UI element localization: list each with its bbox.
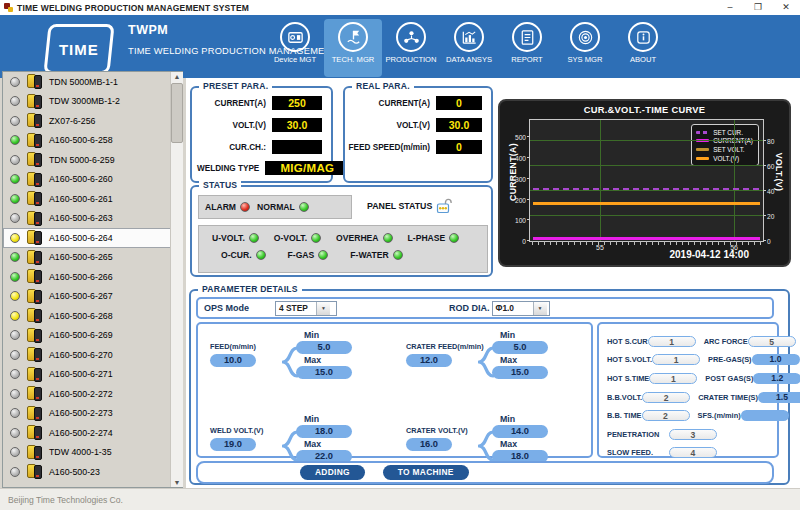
extra-param-value[interactable]: 1	[649, 373, 697, 384]
device-label: TDW 3000MB-1-2	[49, 96, 120, 106]
nav-item-device-mgt[interactable]: Device MGT	[266, 19, 324, 77]
device-list-item[interactable]: TDN 5000-6-259	[3, 150, 182, 170]
device-list-item[interactable]: A160-500-6-263	[3, 209, 182, 229]
device-list-item[interactable]: A160-500-2-274	[3, 423, 182, 443]
extra-param-value[interactable]: 3	[669, 429, 717, 440]
device-label: TDN 5000MB-1-1	[49, 77, 118, 87]
min-value-field[interactable]: 14.0	[492, 425, 548, 438]
series-line-volt-v-	[533, 202, 759, 205]
param-row: FEED SPEED(m/min)0	[345, 140, 482, 154]
extra-param-value[interactable]: 1	[652, 354, 700, 365]
normal-indicator: NORMAL	[257, 202, 309, 212]
chart-right-axis-label: VOLT.(V)	[773, 153, 783, 191]
device-list-item[interactable]: A160-500-6-271	[3, 365, 182, 385]
nav-item-production[interactable]: PRODUCTION	[382, 19, 440, 77]
device-list-item[interactable]: A160-500-6-265	[3, 248, 182, 268]
device-label: A160-500-6-263	[49, 213, 113, 223]
scroll-thumb[interactable]	[171, 83, 183, 143]
extra-param-value[interactable]: 1.0	[752, 354, 800, 365]
device-list-item[interactable]: TDN 5000MB-1-1	[3, 72, 182, 92]
device-list-item[interactable]: A160-500-6-268	[3, 306, 182, 326]
welding-machine-icon	[26, 93, 43, 110]
extra-param-value[interactable]: 1.2	[753, 373, 800, 384]
device-list-scrollbar[interactable]: ▲ ▼	[170, 72, 183, 487]
welding-machine-icon	[26, 307, 43, 324]
fault-indicator: L-PHASE	[408, 233, 460, 243]
gridline	[734, 120, 735, 241]
rod-dia-dropdown[interactable]: Φ1.0	[492, 301, 550, 316]
welding-machine-icon	[26, 190, 43, 207]
extra-param-value[interactable]: 2	[642, 410, 690, 421]
extra-param-value[interactable]: 1.5	[758, 392, 800, 403]
extra-param-value[interactable]: 4	[669, 447, 717, 458]
device-label: A160-500-23	[49, 467, 100, 477]
nav-item-label: Device MGT	[274, 55, 316, 64]
device-list-item[interactable]: TDW 4000-1-35	[3, 443, 182, 463]
dropdown-arrow-icon[interactable]	[533, 302, 547, 315]
device-status-led-icon	[10, 174, 20, 184]
extra-param-value[interactable]	[741, 410, 789, 421]
device-list-item[interactable]: A160-500-23	[3, 462, 182, 482]
extra-param-value[interactable]: 5	[748, 336, 796, 347]
min-caption: Min	[304, 414, 358, 424]
device-status-led-icon	[10, 155, 20, 165]
fault-label: F-GAS	[288, 250, 315, 260]
device-label: A160-500-6-258	[49, 135, 113, 145]
extra-param-label: POST GAS(S)	[705, 374, 753, 383]
device-list-item[interactable]: A160-500-6-266	[3, 267, 182, 287]
extra-param-label: HOT S.CUR	[607, 337, 648, 346]
fault-indicator: O-VOLT.	[274, 233, 321, 243]
maximize-button[interactable]: ❐	[744, 0, 772, 15]
welding-type-label: WELDING TYPE	[197, 164, 259, 173]
to-machine-button[interactable]: TO MACHINE	[383, 465, 469, 480]
device-list-item[interactable]: A160-500-2-272	[3, 384, 182, 404]
device-list-item[interactable]: A160-500-6-267	[3, 287, 182, 307]
minimize-button[interactable]: –	[716, 0, 744, 15]
device-list-item[interactable]: ZX07-6-256	[3, 111, 182, 131]
nav-item-about[interactable]: ABOUT	[614, 19, 672, 77]
ops-mode-dropdown[interactable]: 4 STEP	[275, 301, 337, 316]
current-value-field[interactable]: 19.0	[210, 438, 256, 451]
scroll-down-icon[interactable]: ▼	[174, 478, 181, 487]
device-list-item[interactable]: TDW 3000MB-1-2	[3, 92, 182, 112]
chart-left-axis-label: CURRENT(A)	[508, 143, 518, 201]
adding-button[interactable]: ADDING	[300, 465, 365, 480]
device-label: TDW 4000-1-35	[49, 447, 112, 457]
device-list-item[interactable]: A160-500-6-261	[3, 189, 182, 209]
min-value-field[interactable]: 5.0	[492, 341, 548, 354]
max-value-field[interactable]: 15.0	[492, 366, 548, 379]
extra-param-label: B.B. TIME	[607, 411, 642, 420]
close-button[interactable]: ✕	[772, 0, 800, 15]
dropdown-arrow-icon[interactable]	[316, 302, 330, 315]
current-value-field[interactable]: 16.0	[406, 438, 452, 451]
nav-item-report[interactable]: REPORT	[498, 19, 556, 77]
fault-led-icon	[449, 233, 459, 243]
scroll-up-icon[interactable]: ▲	[174, 72, 181, 81]
device-list-item[interactable]: A160-500-6-260	[3, 170, 182, 190]
preset-para-title: PRESET PARA.	[199, 81, 272, 91]
device-list-item[interactable]: A160-500-6-258	[3, 131, 182, 151]
nav-item-tech-mgr[interactable]: TECH. MGR	[324, 19, 382, 77]
extra-param-value[interactable]: 2	[642, 392, 690, 403]
legend-label: SET VOLT.	[713, 146, 744, 153]
extra-param-value[interactable]: 1	[648, 336, 696, 347]
device-list-item[interactable]: A160-500-6-269	[3, 326, 182, 346]
device-list-item[interactable]: A160-500-2-273	[3, 404, 182, 424]
nav-item-data-ansys[interactable]: DATA ANSYS	[440, 19, 498, 77]
device-status-led-icon	[10, 467, 20, 477]
device-list-item[interactable]: A160-500-6-270	[3, 345, 182, 365]
current-value-field[interactable]: 12.0	[406, 354, 452, 367]
device-status-led-icon	[10, 272, 20, 282]
min-value-field[interactable]: 18.0	[296, 425, 352, 438]
welding-machine-icon	[26, 73, 43, 90]
fault-indicator: F-GAS	[288, 250, 329, 260]
right-tick-label: 20	[767, 213, 774, 220]
device-list-item[interactable]: A160-500-6-264	[3, 228, 182, 248]
device-label: A160-500-6-264	[49, 233, 113, 243]
current-value-field[interactable]: 10.0	[210, 354, 256, 367]
param-label: CUR.CH.:	[229, 143, 266, 152]
nav-item-sys-mgr[interactable]: SYS MGR	[556, 19, 614, 77]
param-label: FEED SPEED(m/min)	[349, 143, 430, 152]
min-value-field[interactable]: 5.0	[296, 341, 352, 354]
max-value-field[interactable]: 15.0	[296, 366, 352, 379]
